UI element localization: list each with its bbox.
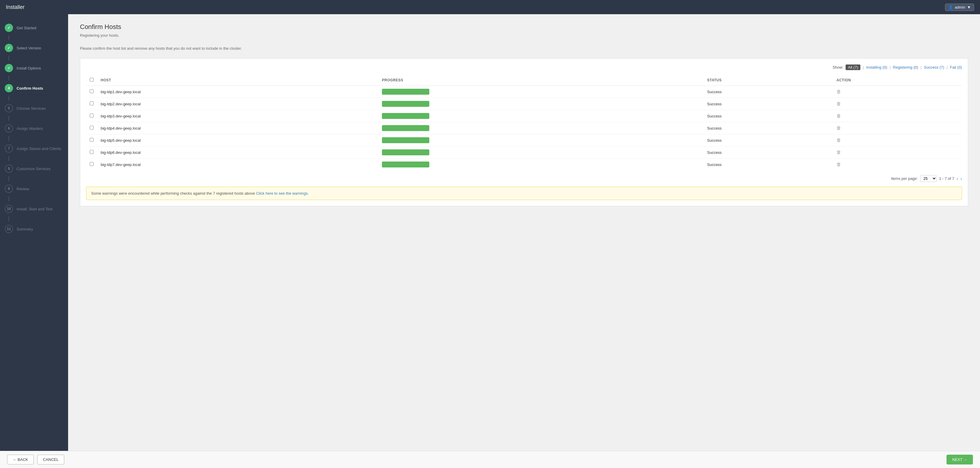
filter-installing[interactable]: Installing (0)	[866, 65, 887, 70]
host-status: Success	[703, 98, 833, 110]
col-progress: Progress	[379, 75, 703, 86]
step-circle-9: 9	[5, 185, 13, 193]
progress-bar-fill	[382, 89, 429, 95]
user-menu[interactable]: 👤 admin ▼	[945, 3, 974, 11]
page-subtitle-2: Please confirm the host list and remove …	[80, 46, 968, 51]
step-circle-6: 6	[5, 124, 13, 133]
delete-host-button[interactable]: 🗑	[837, 113, 841, 118]
progress-bar	[382, 125, 429, 131]
col-host: Host	[97, 75, 379, 86]
step-label-7: Assign Slaves and Clients	[17, 146, 61, 151]
page-title: Confirm Hosts	[80, 23, 968, 31]
row-checkbox-7[interactable]	[90, 162, 94, 166]
username: admin	[955, 5, 965, 10]
step-circle-7: 7	[5, 144, 13, 153]
per-page-select[interactable]: 25 50 100	[920, 175, 937, 182]
row-checkbox-6[interactable]	[90, 150, 94, 154]
sidebar-item-confirm-hosts[interactable]: 4Confirm Hosts	[0, 81, 68, 96]
sidebar-item-summary: 11Summary	[0, 221, 68, 237]
step-circle-1: ✓	[5, 24, 13, 32]
host-name: big-tdp3.dev-geep.local	[97, 110, 379, 122]
step-connector-1	[9, 35, 9, 40]
progress-bar-fill	[382, 125, 429, 131]
progress-bar-fill	[382, 101, 429, 107]
footer: ← BACK CANCEL NEXT →	[0, 451, 980, 468]
table-row: big-tdp7.dev-geep.localSuccess🗑	[86, 159, 962, 171]
sidebar: ✓Get Started✓Select Version✓Install Opti…	[0, 14, 68, 451]
step-connector-2	[9, 56, 9, 60]
table-row: big-tdp3.dev-geep.localSuccess🗑	[86, 110, 962, 122]
hosts-card: Show: All (7) | Installing (0) | Registe…	[80, 58, 968, 206]
table-row: big-tdp6.dev-geep.localSuccess🗑	[86, 146, 962, 159]
sidebar-item-install-options[interactable]: ✓Install Options	[0, 60, 68, 76]
page-range: 1 - 7 of 7	[939, 176, 954, 181]
next-page-button[interactable]: ›	[961, 176, 962, 181]
step-circle-11: 11	[5, 225, 13, 233]
host-status: Success	[703, 134, 833, 146]
progress-bar-fill	[382, 149, 429, 155]
sidebar-item-get-started[interactable]: ✓Get Started	[0, 20, 68, 35]
progress-bar	[382, 113, 429, 119]
main-layout: ✓Get Started✓Select Version✓Install Opti…	[0, 14, 980, 451]
show-label: Show:	[832, 65, 843, 70]
filter-fail[interactable]: Fail (0)	[950, 65, 962, 70]
step-connector-6	[9, 136, 9, 141]
row-checkbox-3[interactable]	[90, 114, 94, 117]
host-name: big-tdp4.dev-geep.local	[97, 122, 379, 134]
step-label-9: Review	[17, 187, 29, 191]
delete-host-button[interactable]: 🗑	[837, 101, 841, 106]
host-name: big-tdp1.dev-geep.local	[97, 86, 379, 98]
prev-page-button[interactable]: ‹	[957, 176, 958, 181]
step-connector-9	[9, 197, 9, 201]
step-connector-8	[9, 176, 9, 181]
filter-all[interactable]: All (7)	[846, 65, 861, 70]
delete-host-button[interactable]: 🗑	[837, 138, 841, 143]
progress-bar	[382, 101, 429, 107]
sidebar-item-select-version[interactable]: ✓Select Version	[0, 40, 68, 56]
delete-host-button[interactable]: 🗑	[837, 125, 841, 130]
host-name: big-tdp7.dev-geep.local	[97, 159, 379, 171]
dropdown-icon: ▼	[967, 5, 971, 10]
progress-bar	[382, 149, 429, 155]
delete-host-button[interactable]: 🗑	[837, 162, 841, 167]
step-label-2: Select Version	[17, 46, 41, 50]
step-label-8: Customize Services	[17, 167, 51, 171]
per-page-label: Items per page:	[891, 176, 918, 181]
footer-left: ← BACK CANCEL	[7, 455, 64, 465]
step-circle-4: 4	[5, 84, 13, 92]
row-checkbox-5[interactable]	[90, 138, 94, 142]
user-icon: 👤	[948, 5, 953, 10]
step-label-4: Confirm Hosts	[17, 86, 43, 90]
top-header: Installer 👤 admin ▼	[0, 0, 980, 14]
warning-link[interactable]: Click here to see the warnings.	[256, 191, 309, 195]
content-area: Confirm Hosts Registering your hosts. Pl…	[68, 14, 980, 451]
page-subtitle-1: Registering your hosts.	[80, 33, 968, 38]
sidebar-item-assign-slaves-and-clients: 7Assign Slaves and Clients	[0, 141, 68, 156]
step-connector-4	[9, 96, 9, 101]
row-checkbox-1[interactable]	[90, 89, 94, 93]
warning-text: Some warnings were encountered while per…	[91, 191, 256, 195]
step-label-10: Install, Start and Test	[17, 207, 52, 211]
delete-host-button[interactable]: 🗑	[837, 89, 841, 94]
progress-bar	[382, 89, 429, 95]
step-label-5: Choose Services	[17, 106, 46, 111]
row-checkbox-4[interactable]	[90, 126, 94, 130]
select-all-checkbox[interactable]	[90, 78, 94, 82]
host-name: big-tdp5.dev-geep.local	[97, 134, 379, 146]
row-checkbox-2[interactable]	[90, 102, 94, 105]
step-label-11: Summary	[17, 227, 33, 231]
step-connector-5	[9, 116, 9, 121]
back-button[interactable]: ← BACK	[7, 455, 34, 465]
sidebar-item-customize-services: 8Customize Services	[0, 161, 68, 176]
host-name: big-tdp6.dev-geep.local	[97, 146, 379, 159]
filter-registering[interactable]: Registering (0)	[893, 65, 918, 70]
hosts-table: Host Progress Status Action big-tdp1.dev…	[86, 75, 962, 170]
cancel-button[interactable]: CANCEL	[37, 455, 64, 465]
step-circle-3: ✓	[5, 64, 13, 72]
filter-success[interactable]: Success (7)	[924, 65, 945, 70]
delete-host-button[interactable]: 🗑	[837, 150, 841, 155]
sidebar-item-review: 9Review	[0, 181, 68, 197]
next-button[interactable]: NEXT →	[947, 455, 973, 465]
filter-bar: Show: All (7) | Installing (0) | Registe…	[86, 65, 962, 70]
progress-bar-fill	[382, 113, 429, 119]
